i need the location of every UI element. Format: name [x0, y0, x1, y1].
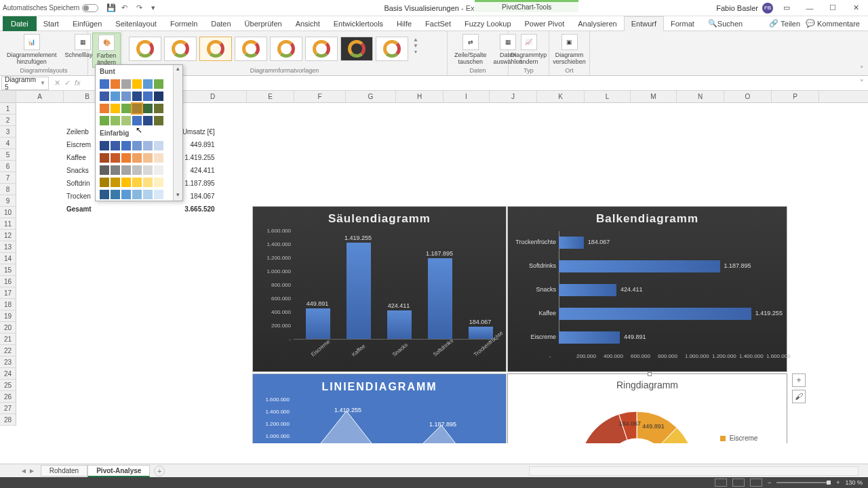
style-thumb-6[interactable]	[305, 37, 338, 61]
svg-text:184.067: 184.067	[619, 420, 642, 427]
colors-icon: 🎨	[98, 35, 115, 51]
tab-design[interactable]: Entwurf	[624, 16, 664, 31]
fx-icon[interactable]: fx	[75, 79, 81, 87]
zoom-out-icon[interactable]: −	[768, 479, 771, 486]
col-header[interactable]: H	[396, 91, 443, 102]
confirm-icon[interactable]: ✓	[64, 79, 71, 87]
column-chart[interactable]: Säulendiagramm 1.600.0001.400.0001.200.0…	[252, 206, 507, 372]
share-button[interactable]: 🔗 Teilen	[769, 19, 800, 28]
col-header[interactable]: O	[724, 91, 772, 102]
window-title: Basis Visualisierungen - Excel	[384, 4, 484, 12]
cancel-icon[interactable]: ✕	[54, 79, 60, 87]
col-header[interactable]: D	[179, 91, 247, 102]
tab-help[interactable]: Hilfe	[390, 16, 418, 31]
change-colors-button[interactable]: 🎨Farben ändern	[92, 33, 121, 68]
formula-input[interactable]	[86, 79, 856, 87]
name-box[interactable]: Diagramm 5▼	[1, 77, 49, 90]
ring-chart[interactable]: Ringdiagramm 449.8911.419.255424.4111.18…	[507, 373, 787, 443]
gallery-up-icon[interactable]: ▲	[411, 37, 420, 43]
tab-start[interactable]: Start	[37, 16, 66, 31]
col-header[interactable]: M	[631, 91, 677, 102]
zoom-slider[interactable]	[776, 482, 831, 483]
tab-analyze[interactable]: Analysieren	[571, 16, 623, 31]
autosave-label: Automatisches Speichern	[3, 4, 79, 12]
gallery-down-icon[interactable]: ▼	[411, 43, 420, 49]
user-avatar[interactable]: FB	[762, 3, 773, 14]
add-sheet-button[interactable]: +	[154, 466, 165, 476]
style-thumb-3[interactable]	[199, 37, 232, 61]
col-header[interactable]: E	[247, 91, 294, 102]
toggle-switch[interactable]	[82, 4, 98, 12]
sheet-tab-pivot[interactable]: Pivot-Analyse	[87, 465, 150, 477]
minimize-icon[interactable]: —	[800, 1, 819, 15]
tab-formulas[interactable]: Formeln	[163, 16, 204, 31]
style-thumb-1[interactable]	[129, 37, 161, 61]
tab-developer[interactable]: Entwicklertools	[327, 16, 390, 31]
redo-icon[interactable]: ↷	[136, 3, 146, 13]
col-header[interactable]: G	[346, 91, 396, 102]
qat-dropdown-icon[interactable]: ▾	[151, 3, 161, 13]
line-chart[interactable]: LINIENDIAGRAMM 1.600.0001.400.0001.200.0…	[252, 373, 507, 443]
tab-review[interactable]: Überprüfen	[238, 16, 289, 31]
switch-row-col-button[interactable]: ⇄Zeile/Spalte tauschen	[452, 33, 490, 66]
ribbon-options-icon[interactable]: ▭	[777, 1, 796, 15]
sheet-tab-rohdaten[interactable]: Rohdaten	[41, 465, 87, 476]
comments-button[interactable]: 💬 Kommentare	[806, 19, 860, 28]
palette-scrollbar[interactable]: ▴▾	[173, 65, 182, 201]
move-chart-button[interactable]: ▣Diagramm verschieben	[553, 33, 585, 66]
sheet-nav-prev[interactable]: ◄	[20, 467, 27, 474]
tab-factset[interactable]: FactSet	[418, 16, 458, 31]
tab-view[interactable]: Ansicht	[289, 16, 327, 31]
col-header[interactable]: J	[490, 91, 537, 102]
col-header[interactable]: N	[677, 91, 724, 102]
style-thumb-7[interactable]	[340, 37, 373, 61]
expand-formula-icon[interactable]: ˅	[856, 79, 868, 87]
maximize-icon[interactable]: ☐	[823, 1, 842, 15]
tab-data[interactable]: Daten	[204, 16, 237, 31]
col-header[interactable]: L	[585, 91, 631, 102]
contextual-tab-label: PivotChart-Tools	[475, 0, 578, 12]
hovered-swatch[interactable]	[132, 104, 142, 113]
col-header[interactable]: A	[16, 91, 64, 102]
zoom-level[interactable]: 130 %	[845, 479, 863, 486]
bar-chart[interactable]: Balkendiagramm Trockenfrüchte184.067Soft…	[507, 206, 787, 372]
zoom-in-icon[interactable]: +	[836, 479, 840, 486]
chart-styles-button[interactable]: 🖌	[792, 390, 806, 403]
chart-elements-button[interactable]: +	[792, 373, 806, 387]
horizontal-scrollbar[interactable]	[529, 466, 859, 476]
tab-insert[interactable]: Einfügen	[66, 16, 108, 31]
chart-title: LINIENDIAGRAMM	[253, 374, 506, 400]
tab-file[interactable]: Datei	[3, 16, 37, 31]
save-icon[interactable]: 💾	[106, 3, 116, 13]
normal-view-icon[interactable]	[715, 479, 727, 487]
svg-marker-0	[299, 411, 489, 443]
tab-pagelayout[interactable]: Seitenlayout	[108, 16, 163, 31]
col-header[interactable]: F	[294, 91, 346, 102]
sheet-tab-bar: ◄► Rohdaten Pivot-Analyse +	[0, 464, 868, 477]
tab-format[interactable]: Format	[664, 16, 701, 31]
page-break-icon[interactable]	[750, 479, 762, 487]
quick-access-toolbar: 💾 ↶ ↷ ▾	[106, 3, 161, 13]
style-thumb-4[interactable]	[235, 37, 267, 61]
col-header[interactable]: I	[443, 91, 490, 102]
chevron-down-icon[interactable]: ▼	[40, 80, 45, 86]
select-all[interactable]	[0, 91, 16, 102]
col-header[interactable]: K	[537, 91, 585, 102]
col-header[interactable]: P	[772, 91, 819, 102]
gallery-more-icon[interactable]: ▾	[411, 49, 420, 55]
autosave-toggle[interactable]: Automatisches Speichern	[3, 4, 98, 12]
change-chart-type-button[interactable]: 📈Diagrammtyp ändern	[513, 33, 545, 66]
style-thumb-5[interactable]	[270, 37, 302, 61]
add-chart-element-button[interactable]: 📊Diagrammelement hinzufügen	[4, 33, 60, 66]
style-thumb-2[interactable]	[164, 37, 197, 61]
sheet-nav-next[interactable]: ►	[28, 467, 35, 474]
tab-powerpivot[interactable]: Power Pivot	[518, 16, 572, 31]
user-name[interactable]: Fabio Basler	[716, 4, 758, 12]
close-icon[interactable]: ✕	[846, 1, 865, 15]
page-layout-icon[interactable]	[732, 479, 745, 487]
tab-fuzzy[interactable]: Fuzzy Lookup	[458, 16, 517, 31]
search-box[interactable]: 🔍 Suchen	[701, 16, 749, 31]
style-thumb-8[interactable]	[376, 37, 408, 61]
undo-icon[interactable]: ↶	[121, 3, 131, 13]
collapse-ribbon-icon[interactable]: ˄	[860, 65, 864, 74]
